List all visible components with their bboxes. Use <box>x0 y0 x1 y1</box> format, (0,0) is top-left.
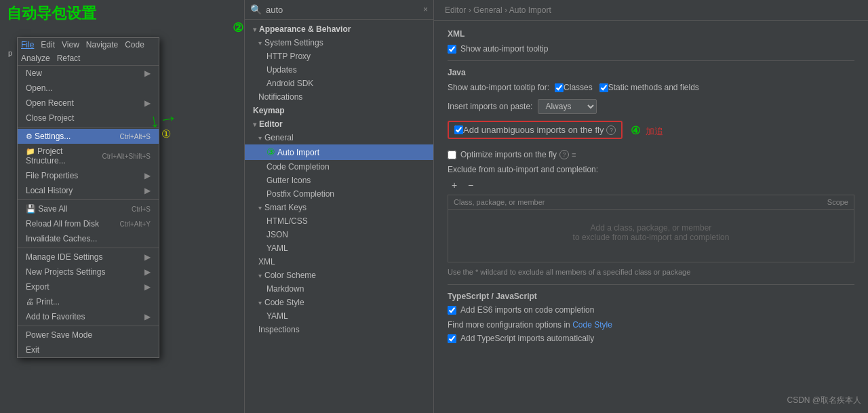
handwrite-annotation: 加追 <box>646 126 663 136</box>
tree-item-color-scheme[interactable]: ▾ Color Scheme <box>245 269 433 282</box>
menu-item-project-structure[interactable]: 📁Project Structure... Ctrl+Alt+Shift+S <box>18 144 159 168</box>
add-es6-row: Add ES6 imports on code completion <box>448 305 854 315</box>
table-col2-header: Scope <box>827 198 848 206</box>
menu-file[interactable]: File <box>18 38 37 52</box>
code-style-link[interactable]: Code Style <box>572 320 612 330</box>
add-unambiguous-label: Add unambiguous imports on the fly <box>463 125 604 135</box>
add-unambiguous-checkbox[interactable] <box>454 125 463 134</box>
step2-annotation: ② <box>233 20 243 35</box>
wildcard-note: Use the * wildcard to exclude all member… <box>448 268 854 276</box>
menu-code[interactable]: Code <box>121 38 148 52</box>
add-es6-label: Add ES6 imports on code completion <box>460 305 594 315</box>
add-ts-checkbox[interactable] <box>448 334 456 343</box>
menu-refact[interactable]: Refact <box>54 52 84 65</box>
optimize-imports-checkbox[interactable] <box>448 151 456 159</box>
menu-item-power-save[interactable]: Power Save Mode <box>18 328 159 342</box>
menu-edit[interactable]: Edit <box>37 38 58 52</box>
tree-item-gutter-icons[interactable]: Gutter Icons <box>245 174 433 187</box>
tree-item-yaml[interactable]: YAML <box>245 241 433 255</box>
add-exclude-button[interactable]: + <box>448 178 461 192</box>
menu-item-open[interactable]: Open... <box>18 81 159 96</box>
insert-imports-select[interactable]: Always Ask Never <box>538 99 597 114</box>
add-ts-label: Add TypeScript imports automatically <box>460 334 594 343</box>
menu-item-exit[interactable]: Exit <box>18 342 159 357</box>
show-tooltip-row: Show auto-import tooltip <box>448 44 854 54</box>
tree-item-postfix-completion[interactable]: Postfix Completion <box>245 187 433 201</box>
search-icon: 🔍 <box>250 4 262 15</box>
exclude-toolbar: + − <box>448 178 854 192</box>
exclude-header: Exclude from auto-import and completion: <box>448 165 854 174</box>
tree-item-editor[interactable]: ▾ Editor <box>245 117 433 131</box>
static-methods-checkbox[interactable] <box>599 83 608 92</box>
classes-checkbox[interactable] <box>555 83 564 92</box>
menu-item-reload[interactable]: Reload All from DiskCtrl+Alt+Y <box>18 216 159 231</box>
tooltip-for-label: Show auto-import tooltip for: <box>448 83 549 92</box>
tree-item-html-css[interactable]: HTML/CSS <box>245 214 433 228</box>
menu-item-export[interactable]: Export▶ <box>18 279 159 294</box>
menu-item-open-recent[interactable]: Open Recent▶ <box>18 96 159 111</box>
tree-item-updates[interactable]: Updates <box>245 63 433 77</box>
insert-imports-row: Insert imports on paste: Always Ask Neve… <box>448 99 854 114</box>
menu-item-print[interactable]: 🖨 Print... <box>18 294 159 309</box>
content-area: XML Show auto-import tooltip Java Show a… <box>434 21 868 413</box>
step4-annotation: ④ <box>631 125 640 136</box>
tree-item-code-editing[interactable]: XML <box>245 255 433 269</box>
menu-item-save-all[interactable]: 💾 Save AllCtrl+S <box>18 201 159 216</box>
breadcrumb: Editor › General › Auto Import <box>434 0 868 21</box>
tree-item-code-completion[interactable]: Code Completion <box>245 160 433 174</box>
tree-item-general[interactable]: ▾ General <box>245 131 433 144</box>
exclude-table: Class, package, or member Scope Add a cl… <box>448 195 854 262</box>
insert-imports-label: Insert imports on paste: <box>448 102 532 111</box>
search-input[interactable] <box>266 5 423 15</box>
xml-section-label: XML <box>448 29 854 39</box>
settings-tree: ▾ Appearance & Behavior ▾ System Setting… <box>245 20 433 413</box>
menu-view[interactable]: View <box>58 38 83 52</box>
optimize-imports-row: Optimize imports on the fly ? ≡ <box>448 150 854 159</box>
tree-item-auto-import[interactable]: ③ Auto Import <box>245 144 433 160</box>
tree-item-keymap[interactable]: Keymap <box>245 104 433 117</box>
tree-item-smart-keys[interactable]: ▾ Smart Keys <box>245 201 433 214</box>
menu-analyze[interactable]: Analyze <box>18 52 54 65</box>
java-section-label: Java <box>448 68 854 77</box>
tree-item-markdown[interactable]: Markdown <box>245 282 433 296</box>
show-tooltip-checkbox[interactable] <box>448 45 456 54</box>
menu-item-add-favorites[interactable]: Add to Favorites▶ <box>18 309 159 324</box>
title-annotation: 自动导包设置 <box>7 3 96 24</box>
menu-item-close-project[interactable]: Close Project <box>18 111 159 125</box>
tree-item-notifications[interactable]: Notifications <box>245 90 433 104</box>
tree-item-http-proxy[interactable]: HTTP Proxy <box>245 50 433 63</box>
menu-item-file-properties[interactable]: File Properties▶ <box>18 168 159 183</box>
add-unambiguous-box: Add unambiguous imports on the fly ? <box>448 121 623 139</box>
optimize-extra-icon: ≡ <box>572 151 576 159</box>
tooltip-for-row: Show auto-import tooltip for: Classes St… <box>448 83 854 92</box>
static-methods-label: Static methods and fields <box>608 83 699 92</box>
table-header: Class, package, or member Scope <box>448 195 854 210</box>
menu-item-invalidate[interactable]: Invalidate Caches... <box>18 231 159 246</box>
tree-item-code-style[interactable]: ▾ Code Style <box>245 296 433 309</box>
table-col1-header: Class, package, or member <box>454 198 545 206</box>
tree-item-inspections[interactable]: Inspections <box>245 323 433 336</box>
menu-item-new[interactable]: New▶ <box>18 66 159 81</box>
menu-item-local-history[interactable]: Local History▶ <box>18 183 159 198</box>
menu-item-settings[interactable]: ⚙Settings... ① Ctrl+Alt+S <box>18 129 159 144</box>
add-ts-row: Add TypeScript imports automatically <box>448 334 854 343</box>
ts-section-label: TypeScript / JavaScript <box>448 292 854 301</box>
tree-item-android-sdk[interactable]: Android SDK <box>245 77 433 90</box>
tree-item-appearance[interactable]: ▾ Appearance & Behavior <box>245 22 433 36</box>
menu-bar-top: File Edit View Navigate Code Analyze Ref… <box>18 38 159 66</box>
tree-item-json[interactable]: JSON <box>245 228 433 241</box>
menu-item-manage-ide[interactable]: Manage IDE Settings▶ <box>18 250 159 264</box>
menu-item-new-projects[interactable]: New Projects Settings▶ <box>18 264 159 279</box>
add-es6-checkbox[interactable] <box>448 306 456 315</box>
remove-exclude-button[interactable]: − <box>464 178 477 192</box>
classes-label: Classes <box>564 83 593 92</box>
add-unambiguous-wrapper: Add unambiguous imports on the fly ? ④ 加… <box>448 121 854 144</box>
menu-navigate[interactable]: Navigate <box>83 38 121 52</box>
add-unambiguous-tooltip-icon: ? <box>606 125 616 135</box>
search-bar: 🔍 × <box>245 0 433 20</box>
tree-item-yaml-style[interactable]: YAML <box>245 309 433 323</box>
tree-item-system-settings[interactable]: ▾ System Settings <box>245 36 433 50</box>
search-clear-button[interactable]: × <box>423 5 428 14</box>
find-more-row: Find more configuration options in Code … <box>448 320 854 330</box>
show-tooltip-label: Show auto-import tooltip <box>460 44 548 54</box>
